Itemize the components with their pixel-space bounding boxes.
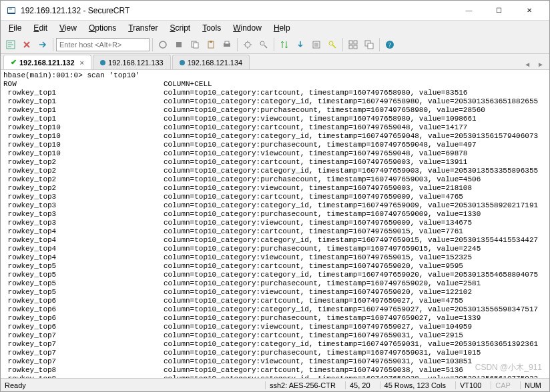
status-cipher: ssh2: AES-256-CTR: [265, 381, 340, 389]
terminal-line: rowkey_top4column=top10_category:viewcou…: [3, 253, 547, 262]
help-icon[interactable]: ?: [382, 37, 397, 52]
terminal-line: rowkey_top6column=top10_category:viewcou…: [3, 323, 547, 331]
svg-rect-9: [210, 41, 212, 43]
terminal-line: rowkey_top5column=top10_category:viewcou…: [3, 288, 547, 297]
toolbar: ?: [1, 35, 549, 54]
tab-close-icon[interactable]: ×: [80, 59, 84, 67]
tab-label: 192.168.121.134: [188, 59, 243, 67]
terminal-line: rowkey_top4column=top10_category:categor…: [3, 236, 547, 245]
toolbar-separator: [342, 38, 343, 51]
svg-point-4: [160, 41, 166, 48]
menu-transfer[interactable]: Transfer: [123, 22, 163, 34]
terminal-line: rowkey_top5column=top10_category:cartcou…: [3, 262, 547, 271]
toolbar-separator: [274, 38, 274, 51]
status-num: NUM: [520, 381, 545, 389]
terminal-line: rowkey_top4column=top10_category:purchas…: [3, 245, 547, 253]
xfer-down-icon[interactable]: [293, 37, 308, 52]
tab-prev-icon[interactable]: ◄: [521, 59, 533, 69]
svg-rect-2: [9, 9, 12, 9]
menu-script[interactable]: Script: [165, 22, 196, 34]
terminal-line: rowkey_top3column=top10_category:cartcou…: [3, 193, 547, 201]
terminal-line: rowkey_top2column=top10_category:cartcou…: [3, 158, 547, 167]
toolbar-separator: [237, 38, 238, 51]
terminal-line: hbase(main):001:0> scan 'top10': [3, 71, 547, 80]
terminal-line: rowkey_top8column=top10_category:cartcou…: [3, 366, 547, 375]
status-size: 45 Rows, 123 Cols: [380, 381, 450, 389]
app-icon: [6, 5, 17, 16]
host-input[interactable]: [56, 38, 150, 51]
terminal-line: rowkey_top10column=top10_category:viewco…: [3, 149, 547, 158]
options2-icon[interactable]: [309, 37, 324, 52]
svg-rect-5: [176, 42, 182, 47]
quick-connect-icon[interactable]: [19, 37, 34, 52]
status-position: 45, 20: [345, 381, 374, 389]
terminal-line: rowkey_top2column=top10_category:purchas…: [3, 175, 547, 184]
terminal-line: rowkey_top6column=top10_category:categor…: [3, 305, 547, 314]
find-icon[interactable]: [256, 37, 271, 52]
terminal-line: ROWCOLUMN+CELL: [3, 80, 547, 89]
key-icon[interactable]: [325, 37, 340, 52]
terminal-line: rowkey_top10column=top10_category:purcha…: [3, 141, 547, 149]
tab-label: 192.168.121.132: [19, 59, 75, 67]
toolbar-separator: [152, 38, 153, 51]
session-tab[interactable]: 192.168.121.134: [172, 55, 250, 69]
menu-options[interactable]: Options: [83, 22, 121, 34]
toolbar-separator: [53, 38, 53, 51]
maximize-button[interactable]: ☐: [484, 1, 514, 20]
terminal-line: rowkey_top5column=top10_category:purchas…: [3, 279, 547, 288]
terminal-line: rowkey_top3column=top10_category:purchas…: [3, 210, 547, 219]
paste-icon[interactable]: [204, 37, 218, 52]
svg-rect-19: [354, 45, 357, 49]
tab-label: 192.168.121.133: [108, 59, 164, 67]
svg-point-12: [245, 42, 250, 47]
tabbar: ✔ 192.168.121.132 × 192.168.121.133 192.…: [1, 54, 549, 70]
menu-tools[interactable]: Tools: [197, 22, 226, 34]
tab-next-icon[interactable]: ►: [535, 59, 547, 69]
menu-help[interactable]: Help: [268, 22, 296, 34]
terminal-line: rowkey_top2column=top10_category:categor…: [3, 167, 547, 175]
terminal-line: rowkey_top7column=top10_category:cartcou…: [3, 331, 547, 340]
session-tab[interactable]: ✔ 192.168.121.132 ×: [3, 55, 91, 69]
transfer-icon[interactable]: [277, 37, 292, 52]
terminal-line: rowkey_top1column=top10_category:categor…: [3, 97, 547, 106]
terminal-line: rowkey_top4column=top10_category:cartcou…: [3, 227, 547, 236]
menubar: FileEditViewOptionsTransferScriptToolsWi…: [1, 21, 549, 35]
disconnect-icon[interactable]: [172, 37, 186, 52]
options-icon[interactable]: [240, 37, 255, 52]
cascade-icon[interactable]: [362, 37, 376, 52]
terminal-line: rowkey_top2column=top10_category:viewcou…: [3, 184, 547, 193]
svg-rect-16: [349, 41, 352, 44]
svg-rect-21: [368, 43, 373, 49]
menu-file[interactable]: File: [3, 22, 27, 34]
reconnect-icon[interactable]: [156, 37, 170, 52]
session-tab[interactable]: 192.168.121.133: [93, 55, 171, 69]
copy-icon[interactable]: [188, 37, 202, 52]
svg-rect-17: [354, 41, 357, 44]
terminal-line: rowkey_top1column=top10_category:purchas…: [3, 106, 547, 115]
close-button[interactable]: ✕: [514, 1, 544, 20]
window-title: 192.169.121.132 - SecureCRT: [21, 6, 454, 15]
print-icon[interactable]: [220, 37, 234, 52]
svg-text:?: ?: [388, 41, 392, 49]
terminal-line: rowkey_top6column=top10_category:purchas…: [3, 314, 547, 323]
terminal-line: rowkey_top7column=top10_category:purchas…: [3, 349, 547, 357]
terminal[interactable]: hbase(main):001:0> scan 'top10'ROWCOLUMN…: [1, 70, 549, 378]
statusbar: Ready ssh2: AES-256-CTR 45, 20 45 Rows, …: [1, 378, 549, 391]
terminal-line: rowkey_top10column=top10_category:cartco…: [3, 123, 547, 132]
terminal-line: rowkey_top7column=top10_category:categor…: [3, 340, 547, 349]
tile-icon[interactable]: [346, 37, 360, 52]
svg-rect-11: [225, 41, 229, 44]
status-caps: CAP: [491, 381, 515, 389]
svg-rect-18: [349, 45, 352, 49]
sessions-icon[interactable]: [3, 37, 18, 52]
menu-edit[interactable]: Edit: [28, 22, 53, 34]
menu-window[interactable]: Window: [228, 22, 267, 34]
terminal-line: rowkey_top1column=top10_category:cartcou…: [3, 89, 547, 97]
titlebar: 192.169.121.132 - SecureCRT — ☐ ✕: [1, 1, 549, 21]
terminal-line: rowkey_top10column=top10_category:catego…: [3, 132, 547, 141]
menu-view[interactable]: View: [54, 22, 82, 34]
minimize-button[interactable]: —: [454, 1, 484, 20]
connect-arrow-icon[interactable]: [35, 37, 50, 52]
terminal-line: rowkey_top3column=top10_category:categor…: [3, 201, 547, 210]
terminal-line: rowkey_top1column=top10_category:viewcou…: [3, 115, 547, 123]
